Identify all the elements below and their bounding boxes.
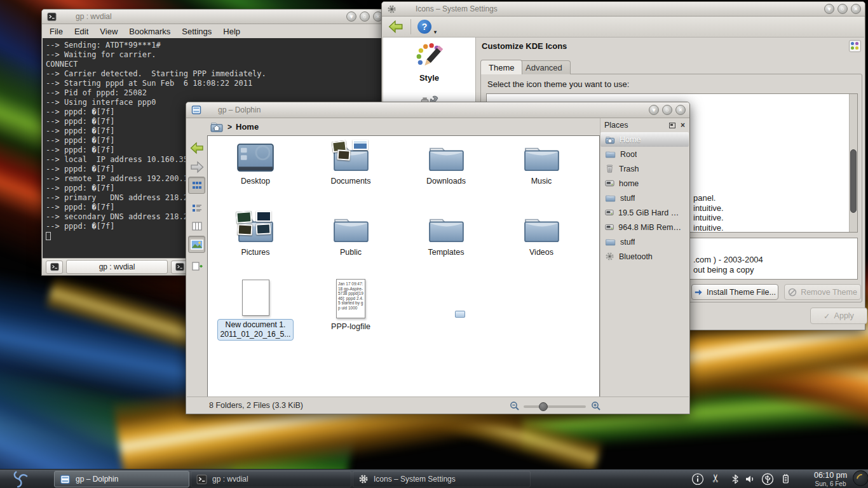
maximize-button[interactable]: ○ bbox=[360, 11, 370, 22]
terminal-app-icon bbox=[47, 12, 57, 22]
close-button[interactable]: × bbox=[675, 105, 686, 115]
terminal-titlebar[interactable]: gp : wvdial ▾ ○ × bbox=[42, 10, 387, 24]
menu-bookmarks[interactable]: Bookmarks bbox=[129, 27, 170, 36]
place-hard-drive[interactable]: 19.5 GiB Hard Drive bbox=[600, 205, 689, 220]
klipper-scissors-icon[interactable]: ✂ bbox=[709, 473, 722, 482]
tab-theme[interactable]: Theme bbox=[480, 60, 522, 74]
info-icon[interactable] bbox=[691, 473, 704, 485]
file-item[interactable]: Jan 17 09:47:18 gp-Aspire-5738 pppd[1946… bbox=[313, 279, 389, 331]
chevron-down-icon: ▾ bbox=[434, 29, 437, 35]
back-button[interactable] bbox=[388, 18, 404, 35]
zoom-slider-handle[interactable] bbox=[539, 402, 548, 411]
place-root[interactable]: Root bbox=[600, 147, 689, 161]
file-label: Pictures bbox=[241, 248, 269, 257]
zoom-out-icon[interactable] bbox=[510, 401, 520, 411]
icons-view-button[interactable] bbox=[188, 177, 205, 194]
apply-button[interactable]: ✓ Apply bbox=[810, 308, 867, 324]
sidebar-item-label: Style bbox=[383, 73, 475, 83]
file-label: Templates bbox=[428, 248, 465, 257]
panel-toolbox-icon[interactable] bbox=[853, 470, 868, 486]
gear-icon bbox=[387, 4, 397, 14]
folder-icon bbox=[605, 194, 616, 202]
taskbar-item-dolphin[interactable]: gp – Dolphin bbox=[54, 471, 189, 487]
place-removable[interactable]: 964.8 MiB Remov... bbox=[600, 220, 689, 234]
folder-view[interactable]: Desktop Documents Downloads Music bbox=[207, 135, 600, 398]
preview-toggle-button[interactable] bbox=[188, 236, 205, 253]
scrollbar[interactable] bbox=[849, 94, 857, 232]
forward-button[interactable] bbox=[188, 158, 205, 175]
file-item[interactable]: Templates bbox=[408, 214, 484, 257]
battery-icon[interactable] bbox=[780, 473, 791, 484]
menu-view[interactable]: View bbox=[100, 27, 118, 36]
back-button[interactable] bbox=[188, 139, 205, 156]
taskbar-item-terminal[interactable]: gp : wvdial bbox=[191, 471, 351, 487]
taskbar-item-settings[interactable]: Icons – System Settings bbox=[353, 471, 531, 487]
terminal-icon bbox=[175, 262, 184, 271]
remove-theme-button[interactable]: Remove Theme bbox=[784, 284, 861, 300]
app-launcher-icon[interactable] bbox=[5, 470, 33, 488]
settings-title: Icons – System Settings bbox=[416, 4, 498, 13]
place-stuff[interactable]: stuff bbox=[600, 191, 689, 205]
dolphin-titlebar[interactable]: gp – Dolphin ▾ ○ × bbox=[186, 102, 689, 118]
places-header[interactable]: Places × bbox=[600, 118, 689, 132]
close-button[interactable]: × bbox=[851, 4, 861, 14]
maximize-button[interactable]: ○ bbox=[662, 105, 672, 115]
sidebar-item-style[interactable]: Style bbox=[383, 37, 475, 83]
digital-clock[interactable]: 06:10 pm Sun, 6 Feb bbox=[806, 471, 855, 487]
split-view-button[interactable] bbox=[188, 257, 205, 274]
terminal-tab[interactable]: gp : wvdial bbox=[66, 260, 168, 274]
no-entry-icon bbox=[788, 288, 797, 297]
minimize-button[interactable]: ▾ bbox=[649, 105, 659, 115]
place-bluetooth[interactable]: Bluetooth bbox=[600, 249, 689, 264]
zoom-in-icon[interactable] bbox=[591, 401, 601, 411]
file-item[interactable]: Public bbox=[313, 214, 389, 257]
details-view-button[interactable] bbox=[188, 200, 205, 217]
file-item[interactable]: Music bbox=[503, 142, 580, 186]
place-home[interactable]: Home bbox=[600, 132, 689, 147]
menu-edit[interactable]: Edit bbox=[74, 27, 88, 36]
bluetooth-icon[interactable] bbox=[730, 474, 740, 484]
breadcrumb-current[interactable]: Home bbox=[236, 122, 259, 132]
menu-settings[interactable]: Settings bbox=[182, 27, 212, 36]
volume-icon[interactable] bbox=[745, 474, 755, 484]
icons-view-icon bbox=[191, 180, 203, 191]
place-stuff-2[interactable]: stuff bbox=[600, 234, 689, 249]
file-preview-text: Jan 17 09:47:18 gp-Aspire-5738 pppd[1946… bbox=[337, 280, 365, 318]
float-panel-icon[interactable] bbox=[669, 123, 675, 128]
maximize-button[interactable]: ○ bbox=[837, 4, 848, 14]
file-label: Downloads bbox=[426, 177, 466, 186]
close-panel-icon[interactable]: × bbox=[681, 121, 685, 130]
tab-advanced[interactable]: Advanced bbox=[517, 60, 571, 74]
folder-icon bbox=[236, 214, 275, 244]
module-grid-icon[interactable] bbox=[849, 40, 861, 52]
mouse-cursor bbox=[455, 311, 465, 318]
preview-icon bbox=[191, 240, 203, 250]
zoom-slider[interactable] bbox=[524, 405, 586, 408]
columns-view-button[interactable] bbox=[188, 217, 205, 234]
minimize-button[interactable]: ▾ bbox=[824, 4, 834, 14]
file-item[interactable]: Downloads bbox=[408, 142, 484, 186]
menu-file[interactable]: File bbox=[50, 27, 63, 36]
breadcrumb-separator: > bbox=[227, 123, 232, 132]
file-item[interactable]: Videos bbox=[503, 214, 580, 257]
file-item[interactable]: Desktop bbox=[217, 142, 294, 186]
usb-device-icon[interactable] bbox=[761, 473, 774, 485]
file-item[interactable]: Pictures bbox=[217, 214, 294, 257]
task-label: gp – Dolphin bbox=[76, 475, 118, 484]
home-folder-icon[interactable] bbox=[210, 121, 224, 133]
file-item[interactable]: Documents bbox=[313, 142, 389, 186]
place-home-partition[interactable]: home bbox=[600, 176, 689, 191]
menu-help[interactable]: Help bbox=[223, 27, 240, 36]
install-theme-button[interactable]: Install Theme File... bbox=[691, 284, 778, 300]
file-item-selected[interactable]: New document 1. 2011_01_20_16_5... bbox=[217, 280, 294, 341]
place-trash[interactable]: Trash bbox=[600, 161, 689, 176]
help-button[interactable]: ?▾ bbox=[417, 20, 431, 34]
desktop-folder-icon bbox=[236, 142, 275, 173]
settings-titlebar[interactable]: Icons – System Settings ▾ ○ × bbox=[382, 2, 865, 17]
install-theme-label: Install Theme File... bbox=[707, 288, 776, 297]
new-tab-button[interactable] bbox=[46, 261, 63, 274]
terminal-tab-label: gp : wvdial bbox=[99, 262, 135, 271]
minimize-button[interactable]: ▾ bbox=[346, 11, 356, 22]
scrollbar-thumb[interactable] bbox=[850, 149, 857, 213]
terminal-title: gp : wvdial bbox=[76, 12, 112, 21]
